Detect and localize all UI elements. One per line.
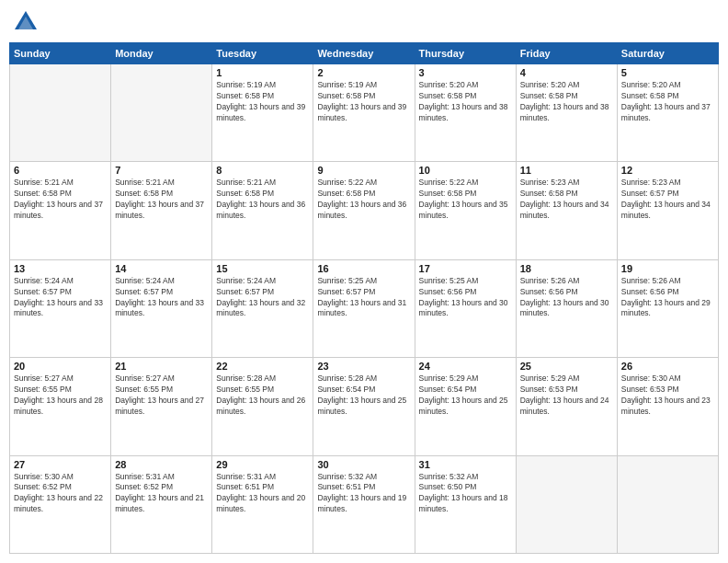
calendar-cell: 15Sunrise: 5:24 AMSunset: 6:57 PMDayligh… [212, 259, 313, 357]
calendar-cell: 26Sunrise: 5:30 AMSunset: 6:53 PMDayligh… [617, 358, 718, 455]
calendar-cell: 3Sunrise: 5:20 AMSunset: 6:58 PMDaylight… [415, 64, 516, 162]
week-row-2: 6Sunrise: 5:21 AMSunset: 6:58 PMDaylight… [10, 162, 719, 259]
calendar-cell: 25Sunrise: 5:29 AMSunset: 6:53 PMDayligh… [516, 358, 617, 455]
calendar-cell: 22Sunrise: 5:28 AMSunset: 6:55 PMDayligh… [212, 358, 313, 455]
day-info: Sunrise: 5:28 AMSunset: 6:54 PMDaylight:… [317, 373, 410, 418]
day-info: Sunrise: 5:21 AMSunset: 6:58 PMDaylight:… [115, 178, 208, 222]
day-info: Sunrise: 5:29 AMSunset: 6:54 PMDaylight:… [419, 373, 512, 418]
day-info: Sunrise: 5:22 AMSunset: 6:58 PMDaylight:… [419, 178, 512, 222]
day-number: 8 [216, 165, 309, 176]
day-number: 17 [419, 263, 512, 274]
week-row-4: 20Sunrise: 5:27 AMSunset: 6:55 PMDayligh… [10, 358, 719, 455]
day-info: Sunrise: 5:31 AMSunset: 6:52 PMDaylight:… [115, 472, 208, 516]
calendar-cell: 14Sunrise: 5:24 AMSunset: 6:57 PMDayligh… [111, 259, 212, 357]
day-number: 3 [419, 67, 512, 78]
day-info: Sunrise: 5:24 AMSunset: 6:57 PMDaylight:… [115, 276, 208, 320]
weekday-header-saturday: Saturday [617, 43, 718, 64]
week-row-1: 1Sunrise: 5:19 AMSunset: 6:58 PMDaylight… [10, 64, 719, 162]
day-number: 16 [317, 263, 410, 274]
day-number: 6 [14, 165, 107, 176]
calendar-cell: 29Sunrise: 5:31 AMSunset: 6:51 PMDayligh… [212, 455, 313, 553]
calendar-cell: 8Sunrise: 5:21 AMSunset: 6:58 PMDaylight… [212, 162, 313, 259]
weekday-header-thursday: Thursday [415, 43, 516, 64]
day-number: 12 [621, 165, 714, 176]
calendar-cell: 6Sunrise: 5:21 AMSunset: 6:58 PMDaylight… [10, 162, 111, 259]
week-row-3: 13Sunrise: 5:24 AMSunset: 6:57 PMDayligh… [10, 259, 719, 357]
calendar-cell: 27Sunrise: 5:30 AMSunset: 6:52 PMDayligh… [10, 455, 111, 553]
day-number: 23 [317, 361, 410, 372]
day-number: 21 [115, 361, 208, 372]
calendar-cell: 21Sunrise: 5:27 AMSunset: 6:55 PMDayligh… [111, 358, 212, 455]
day-info: Sunrise: 5:21 AMSunset: 6:58 PMDaylight:… [216, 178, 309, 222]
calendar-cell: 2Sunrise: 5:19 AMSunset: 6:58 PMDaylight… [313, 64, 415, 162]
calendar-cell: 9Sunrise: 5:22 AMSunset: 6:58 PMDaylight… [313, 162, 415, 259]
calendar-cell: 1Sunrise: 5:19 AMSunset: 6:58 PMDaylight… [212, 64, 313, 162]
day-info: Sunrise: 5:20 AMSunset: 6:58 PMDaylight:… [621, 80, 714, 124]
calendar-cell [111, 64, 212, 162]
calendar-cell: 11Sunrise: 5:23 AMSunset: 6:58 PMDayligh… [516, 162, 617, 259]
calendar-cell: 4Sunrise: 5:20 AMSunset: 6:58 PMDaylight… [516, 64, 617, 162]
calendar-cell: 18Sunrise: 5:26 AMSunset: 6:56 PMDayligh… [516, 259, 617, 357]
calendar-cell: 19Sunrise: 5:26 AMSunset: 6:56 PMDayligh… [617, 259, 718, 357]
day-info: Sunrise: 5:23 AMSunset: 6:58 PMDaylight:… [520, 178, 613, 222]
day-info: Sunrise: 5:26 AMSunset: 6:56 PMDaylight:… [621, 276, 714, 320]
day-number: 18 [520, 263, 613, 274]
day-info: Sunrise: 5:27 AMSunset: 6:55 PMDaylight:… [14, 373, 107, 418]
day-number: 19 [621, 263, 714, 274]
day-info: Sunrise: 5:29 AMSunset: 6:53 PMDaylight:… [520, 373, 613, 418]
day-info: Sunrise: 5:19 AMSunset: 6:58 PMDaylight:… [216, 80, 309, 124]
day-info: Sunrise: 5:21 AMSunset: 6:58 PMDaylight:… [14, 178, 107, 222]
day-number: 9 [317, 165, 410, 176]
day-number: 29 [216, 459, 309, 470]
calendar-cell: 30Sunrise: 5:32 AMSunset: 6:51 PMDayligh… [313, 455, 415, 553]
calendar-cell: 17Sunrise: 5:25 AMSunset: 6:56 PMDayligh… [415, 259, 516, 357]
calendar-cell: 23Sunrise: 5:28 AMSunset: 6:54 PMDayligh… [313, 358, 415, 455]
day-number: 26 [621, 361, 714, 372]
logo-icon [13, 9, 39, 35]
day-info: Sunrise: 5:24 AMSunset: 6:57 PMDaylight:… [14, 276, 107, 320]
day-info: Sunrise: 5:30 AMSunset: 6:53 PMDaylight:… [621, 373, 714, 418]
weekday-header-wednesday: Wednesday [313, 43, 415, 64]
day-number: 7 [115, 165, 208, 176]
day-info: Sunrise: 5:20 AMSunset: 6:58 PMDaylight:… [520, 80, 613, 124]
day-number: 30 [317, 459, 410, 470]
weekday-header-row: SundayMondayTuesdayWednesdayThursdayFrid… [10, 43, 719, 64]
calendar-cell [516, 455, 617, 553]
day-info: Sunrise: 5:25 AMSunset: 6:57 PMDaylight:… [317, 276, 410, 320]
day-info: Sunrise: 5:30 AMSunset: 6:52 PMDaylight:… [14, 472, 107, 516]
day-number: 28 [115, 459, 208, 470]
calendar-cell: 16Sunrise: 5:25 AMSunset: 6:57 PMDayligh… [313, 259, 415, 357]
weekday-header-friday: Friday [516, 43, 617, 64]
calendar-cell: 5Sunrise: 5:20 AMSunset: 6:58 PMDaylight… [617, 64, 718, 162]
day-info: Sunrise: 5:25 AMSunset: 6:56 PMDaylight:… [419, 276, 512, 320]
day-number: 20 [14, 361, 107, 372]
page-header [9, 9, 719, 35]
day-number: 22 [216, 361, 309, 372]
day-info: Sunrise: 5:27 AMSunset: 6:55 PMDaylight:… [115, 373, 208, 418]
day-number: 25 [520, 361, 613, 372]
day-number: 5 [621, 67, 714, 78]
day-number: 31 [419, 459, 512, 470]
day-number: 15 [216, 263, 309, 274]
day-info: Sunrise: 5:26 AMSunset: 6:56 PMDaylight:… [520, 276, 613, 320]
day-number: 1 [216, 67, 309, 78]
day-info: Sunrise: 5:23 AMSunset: 6:57 PMDaylight:… [621, 178, 714, 222]
calendar-cell: 7Sunrise: 5:21 AMSunset: 6:58 PMDaylight… [111, 162, 212, 259]
day-number: 24 [419, 361, 512, 372]
day-number: 13 [14, 263, 107, 274]
day-info: Sunrise: 5:32 AMSunset: 6:51 PMDaylight:… [317, 472, 410, 516]
weekday-header-sunday: Sunday [10, 43, 111, 64]
day-info: Sunrise: 5:24 AMSunset: 6:57 PMDaylight:… [216, 276, 309, 320]
day-info: Sunrise: 5:32 AMSunset: 6:50 PMDaylight:… [419, 472, 512, 516]
day-number: 10 [419, 165, 512, 176]
day-info: Sunrise: 5:28 AMSunset: 6:55 PMDaylight:… [216, 373, 309, 418]
day-number: 2 [317, 67, 410, 78]
calendar: SundayMondayTuesdayWednesdayThursdayFrid… [9, 42, 719, 554]
calendar-cell: 12Sunrise: 5:23 AMSunset: 6:57 PMDayligh… [617, 162, 718, 259]
calendar-cell: 24Sunrise: 5:29 AMSunset: 6:54 PMDayligh… [415, 358, 516, 455]
calendar-cell: 10Sunrise: 5:22 AMSunset: 6:58 PMDayligh… [415, 162, 516, 259]
day-number: 11 [520, 165, 613, 176]
day-info: Sunrise: 5:22 AMSunset: 6:58 PMDaylight:… [317, 178, 410, 222]
calendar-cell: 20Sunrise: 5:27 AMSunset: 6:55 PMDayligh… [10, 358, 111, 455]
weekday-header-monday: Monday [111, 43, 212, 64]
